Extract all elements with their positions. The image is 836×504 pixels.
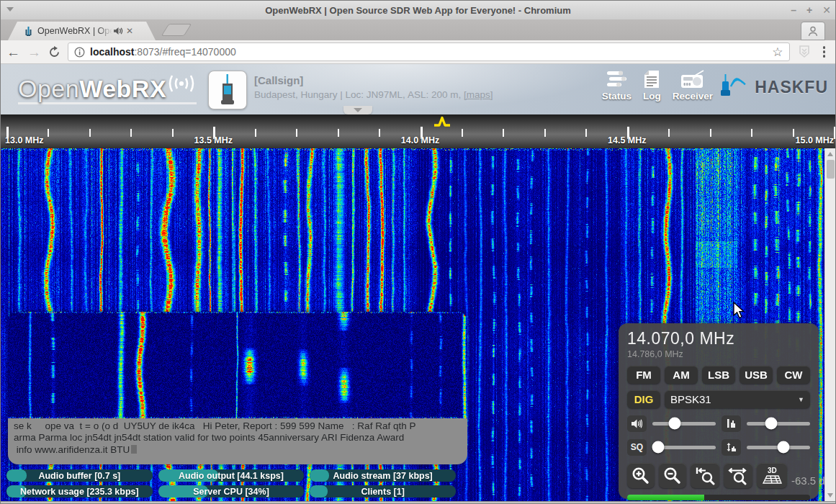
minimize-button[interactable]: – [791, 4, 796, 16]
tuning-marker-icon[interactable] [433, 116, 453, 127]
url-bar[interactable]: localhost:8073/#freq=14070000 ☆ [68, 42, 790, 61]
scale-tick [338, 129, 339, 137]
window-title: OpenWebRX | Open Source SDR Web App for … [1, 5, 835, 16]
mode-fm-button[interactable]: FM [627, 366, 660, 384]
collapse-header-button[interactable] [343, 106, 372, 114]
scale-tick [296, 129, 297, 137]
new-tab-button[interactable] [161, 24, 192, 36]
url-path: :8073/#freq=14070000 [134, 46, 235, 58]
waterfall-max-slider[interactable] [747, 422, 810, 426]
decoded-line: arma Parma loc jn54dt jn54dt station val… [14, 432, 462, 444]
mode-am-button[interactable]: AM [665, 366, 698, 384]
select-arrow-icon: ▼ [798, 396, 804, 403]
digimode-waterfall[interactable] [8, 312, 467, 418]
squelch-slider-thumb[interactable] [652, 441, 664, 454]
page-scrollbar[interactable] [824, 148, 835, 501]
profile-button[interactable] [801, 22, 825, 40]
window-menu-icon[interactable] [6, 7, 14, 12]
window-bottom-edge [1, 501, 835, 504]
scale-tick [793, 129, 794, 137]
reload-icon[interactable] [48, 46, 60, 58]
close-button[interactable]: ✕ [822, 4, 831, 16]
maps-link[interactable]: [maps] [464, 89, 493, 100]
audio-buffer-pill: Audio buffer [0.7 s] [6, 469, 153, 482]
tab-audio-icon[interactable] [114, 27, 123, 35]
dig-row: DIG BPSK31▼ [627, 390, 810, 408]
scale-tick [48, 129, 49, 137]
back-button[interactable]: ← [6, 45, 20, 59]
scale-tick [751, 129, 752, 137]
scale-tick [130, 129, 132, 137]
haskfu-text: HASKFU [755, 78, 828, 97]
zoom-in-button[interactable] [627, 463, 655, 488]
scale-label: 13.0 MHz [5, 135, 44, 145]
frequency-scale[interactable]: 13.0 MHz13.5 MHz14.0 MHz14.5 MHz15.0 MHz [1, 114, 835, 148]
scrollbar-thumb[interactable] [827, 160, 835, 179]
speaker-icon[interactable] [627, 415, 647, 432]
log-button[interactable]: Log [643, 70, 661, 102]
scroll-down-icon[interactable] [827, 493, 833, 498]
volume-slider-thumb[interactable] [668, 418, 680, 430]
status-bar: Audio buffer [0.7 s] Audio output [44.1 … [6, 469, 456, 498]
person-icon [808, 26, 818, 37]
forward-button[interactable]: → [27, 45, 41, 59]
mode-usb-button[interactable]: USB [740, 366, 773, 384]
status-sliders-icon [606, 70, 627, 89]
status-button[interactable]: Status [602, 70, 632, 102]
maximize-button[interactable]: + [806, 4, 812, 16]
waterfall-min-thumb[interactable] [778, 441, 790, 454]
receiver-nav-button[interactable]: Receiver [673, 70, 713, 102]
log-document-icon [644, 70, 660, 89]
zoom-controls: 3D -63.5 dB [627, 463, 810, 488]
svg-text:3D: 3D [768, 467, 777, 474]
decoded-text: se k ope va t = o (o d UY5UY de ik4ca Hi… [8, 418, 467, 464]
waterfall-3d-button[interactable]: 3D [757, 463, 787, 488]
info-icon[interactable] [74, 47, 85, 58]
tuned-frequency[interactable]: 14.070,0 MHz [627, 329, 810, 348]
receiver-identity: [Callsign] Budapest, Hungary | Loc: JN97… [254, 74, 493, 100]
zoom-out-button[interactable] [659, 463, 686, 488]
squelch-slider[interactable] [652, 446, 716, 449]
server-cpu-pill: Server CPU [34%] [158, 485, 305, 498]
browser-tab[interactable]: OpenWebRX | Open ✕ [8, 22, 156, 40]
receiver-avatar [208, 71, 247, 109]
tab-title: OpenWebRX | Open [37, 26, 112, 36]
scale-tick [710, 129, 711, 137]
volume-slider[interactable] [652, 422, 716, 426]
waterfall-min-icon[interactable] [722, 439, 741, 456]
url-text[interactable]: localhost:8073/#freq=14070000 [90, 46, 767, 58]
logo-waves-icon [168, 74, 197, 93]
squelch-row: SQ [627, 438, 810, 456]
mode-cw-button[interactable]: CW [777, 366, 810, 384]
receiver-callsign: [Callsign] [254, 74, 493, 86]
zoom-selection-button[interactable] [691, 463, 719, 488]
decoded-line: se k ope va t = o (o d UY5UY de ik4ca Hi… [14, 420, 462, 432]
scale-tick [462, 129, 463, 137]
bookmark-star-icon[interactable]: ☆ [772, 45, 783, 60]
digimode-panel: se k ope va t = o (o d UY5UY de ik4ca Hi… [8, 312, 467, 464]
squelch-button[interactable]: SQ [627, 439, 647, 456]
extension-chevron-icon[interactable] [797, 44, 812, 60]
zoom-full-button[interactable] [724, 463, 752, 488]
handheld-radio-icon [217, 74, 238, 106]
openwebrx-favicon-icon [24, 26, 33, 36]
network-usage-pill: Network usage [235.3 kbps] [6, 485, 153, 498]
waterfall-max-thumb[interactable] [765, 418, 778, 430]
zoom-in-icon [632, 467, 650, 485]
text-cursor [131, 445, 137, 454]
scale-label: 14.5 MHz [608, 135, 647, 145]
zoom-selection-icon [695, 467, 715, 485]
scroll-up-icon[interactable] [827, 152, 833, 156]
mode-dig-button[interactable]: DIG [627, 390, 660, 408]
mode-lsb-button[interactable]: LSB [702, 366, 735, 384]
waterfall-min-slider[interactable] [747, 446, 810, 449]
waterfall-max-icon[interactable] [722, 415, 741, 432]
tab-close-icon[interactable]: ✕ [126, 26, 133, 36]
mode-buttons: FM AM LSB USB CW [627, 366, 810, 384]
volume-row [627, 415, 810, 432]
openwebrx-logo[interactable]: OpenWebRX [18, 74, 197, 104]
signal-level-fill [627, 495, 704, 500]
browser-menu-icon[interactable] [819, 46, 830, 58]
digimode-select[interactable]: BPSK31▼ [665, 390, 810, 408]
window-titlebar: OpenWebRX | Open Source SDR Web App for … [1, 1, 835, 20]
